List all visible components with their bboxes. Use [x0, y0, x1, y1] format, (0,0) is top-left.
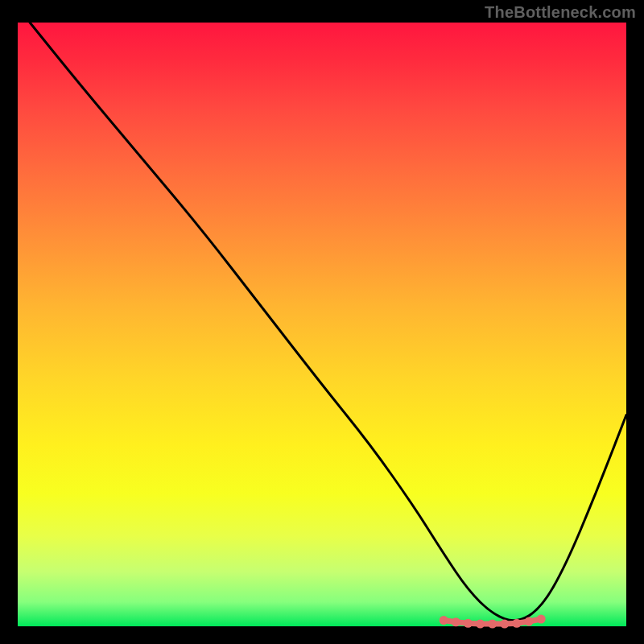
valley-marker-dot — [500, 620, 509, 629]
main-curve — [30, 23, 626, 621]
valley-marker-dot — [525, 617, 534, 626]
valley-marker-dot — [464, 619, 473, 628]
valley-marker-dot — [537, 615, 546, 624]
curve-layer — [18, 23, 626, 626]
valley-marker-dot — [512, 619, 521, 628]
plot-area — [18, 23, 626, 626]
valley-marker-dot — [452, 617, 460, 626]
watermark-text: TheBottleneck.com — [485, 3, 636, 22]
chart-container: TheBottleneck.com — [0, 0, 644, 644]
valley-marker-dot — [476, 620, 485, 629]
valley-marker-dot — [440, 616, 448, 625]
valley-marker-dot — [488, 620, 497, 629]
